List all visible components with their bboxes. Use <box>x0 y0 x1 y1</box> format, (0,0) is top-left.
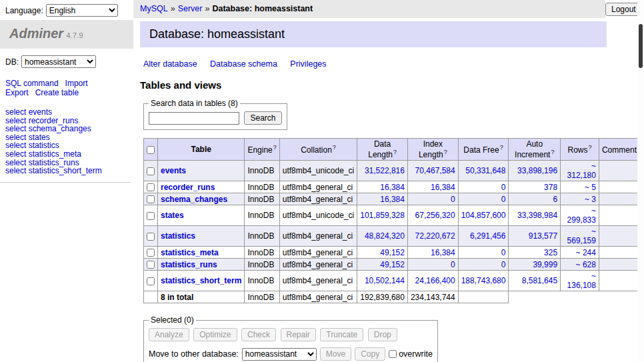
sidebar-link-sql-command[interactable]: SQL command <box>5 79 59 88</box>
data-free-link[interactable]: 0 <box>501 248 506 257</box>
help-link[interactable]: ? <box>589 144 592 151</box>
database-schema-link[interactable]: Database schema <box>210 59 277 69</box>
sidebar-link-create-table[interactable]: Create table <box>35 88 79 97</box>
data-length-link[interactable]: 31,522,816 <box>365 166 405 175</box>
auto-increment-link[interactable]: 6 <box>553 195 557 204</box>
vertical-scrollbar[interactable] <box>637 0 644 362</box>
sidebar-table-link[interactable]: select statistics_meta <box>5 150 128 159</box>
column-header-auto-increment: Auto Increment? <box>509 139 561 161</box>
index-length-link[interactable]: 70,467,584 <box>415 166 455 175</box>
optimize-button[interactable]: Optimize <box>193 328 237 341</box>
data-length-link[interactable]: 49,152 <box>380 248 405 257</box>
sidebar-table-link[interactable]: select statistics_short_term <box>5 167 128 175</box>
collation-cell: utf8mb4_general_ci <box>279 271 357 291</box>
index-length-link[interactable]: 67,256,320 <box>415 211 455 220</box>
help-link[interactable]: ? <box>444 149 447 155</box>
data-length-link[interactable]: 16,384 <box>380 183 405 192</box>
total-data-length: 192,839,680 <box>357 291 408 303</box>
move-button[interactable]: Move <box>320 347 351 361</box>
data-free-link[interactable]: 0 <box>501 195 506 204</box>
rows-count-link[interactable]: ~ 569,159 <box>567 227 596 245</box>
row-checkbox[interactable] <box>147 195 155 203</box>
drop-button[interactable]: Drop <box>368 328 397 341</box>
overwrite-checkbox[interactable] <box>389 350 397 358</box>
rows-count-link[interactable]: ~ 244 <box>576 248 596 257</box>
auto-increment-link[interactable]: 378 <box>544 183 557 192</box>
repair-button[interactable]: Repair <box>281 328 316 341</box>
index-length-link[interactable]: 0 <box>451 260 455 269</box>
alter-database-link[interactable]: Alter database <box>143 59 197 69</box>
data-free-link[interactable]: 0 <box>501 260 506 269</box>
row-checkbox[interactable] <box>147 249 155 257</box>
auto-increment-link[interactable]: 8,581,645 <box>522 276 557 285</box>
data-free-link[interactable]: 50,331,648 <box>465 166 505 175</box>
select-all-checkbox[interactable] <box>147 146 155 154</box>
rows-count-link[interactable]: ~ 312,180 <box>567 161 596 180</box>
engine-cell: InnoDB <box>245 161 279 181</box>
data-free-link[interactable]: 104,857,600 <box>461 211 506 220</box>
rows-count-link[interactable]: ~ 299,833 <box>567 206 596 225</box>
search-input[interactable] <box>149 112 239 125</box>
data-length-link[interactable]: 16,384 <box>380 195 405 204</box>
index-length-link[interactable]: 0 <box>451 195 455 204</box>
sidebar-table-link[interactable]: select schema_changes <box>5 125 128 133</box>
breadcrumb-link-mysql[interactable]: MySQL <box>140 4 168 13</box>
sidebar-link-export[interactable]: Export <box>5 88 29 97</box>
truncate-button[interactable]: Truncate <box>320 328 363 341</box>
copy-button[interactable]: Copy <box>355 347 385 361</box>
rows-count-link[interactable]: ~ 136,108 <box>567 271 596 290</box>
scrollbar-thumb[interactable] <box>639 24 643 68</box>
help-link[interactable]: ? <box>393 149 397 155</box>
help-link[interactable]: ? <box>273 144 277 151</box>
table-link[interactable]: recorder_runs <box>161 183 215 192</box>
table-link[interactable]: statistics_runs <box>161 260 217 269</box>
row-checkbox[interactable] <box>147 167 155 175</box>
rows-count-link[interactable]: ~ 5 <box>585 183 596 192</box>
help-link[interactable]: ? <box>551 149 554 155</box>
total-label: 8 in total <box>158 291 245 303</box>
analyze-button[interactable]: Analyze <box>149 328 189 341</box>
logout-button[interactable]: Logout <box>605 3 642 16</box>
sidebar-link-import[interactable]: Import <box>65 79 88 88</box>
auto-increment-link[interactable]: 913,577 <box>529 231 557 241</box>
row-checkbox[interactable] <box>147 261 155 269</box>
row-checkbox[interactable] <box>147 277 155 285</box>
auto-increment-link[interactable]: 33,398,984 <box>517 211 557 220</box>
privileges-link[interactable]: Privileges <box>290 59 326 69</box>
data-length-link[interactable]: 49,152 <box>380 260 405 269</box>
row-checkbox[interactable] <box>147 233 155 241</box>
table-link[interactable]: schema_changes <box>161 195 227 204</box>
db-select[interactable]: homeassistant <box>21 55 96 68</box>
row-checkbox[interactable] <box>147 183 155 191</box>
data-length-link[interactable]: 101,859,328 <box>360 211 405 220</box>
table-link[interactable]: statistics_short_term <box>161 276 241 285</box>
index-length-link[interactable]: 72,220,672 <box>415 231 455 241</box>
help-link[interactable]: ? <box>333 144 336 151</box>
auto-increment-link[interactable]: 39,999 <box>533 260 557 269</box>
auto-increment-link[interactable]: 325 <box>544 248 557 257</box>
table-link[interactable]: events <box>161 166 186 175</box>
index-length-link[interactable]: 16,384 <box>431 248 455 257</box>
table-link[interactable]: statistics_meta <box>161 248 219 257</box>
data-free-link[interactable]: 6,291,456 <box>470 231 505 241</box>
index-length-link[interactable]: 16,384 <box>431 183 455 192</box>
table-link[interactable]: states <box>161 211 184 220</box>
move-database-select[interactable]: homeassistant <box>242 348 317 361</box>
overwrite-option[interactable]: overwrite <box>389 349 433 359</box>
search-button[interactable]: Search <box>244 111 281 125</box>
check-button[interactable]: Check <box>241 328 276 341</box>
table-link[interactable]: statistics <box>161 231 195 241</box>
language-select[interactable]: English <box>46 4 118 17</box>
help-link[interactable]: ? <box>500 144 503 151</box>
row-checkbox[interactable] <box>147 212 155 220</box>
sidebar-table-link[interactable]: select events <box>5 108 128 117</box>
data-free-link[interactable]: 188,743,680 <box>461 276 506 285</box>
rows-count-link[interactable]: ~ 628 <box>576 260 596 269</box>
auto-increment-link[interactable]: 33,898,196 <box>517 166 557 175</box>
data-length-link[interactable]: 48,824,320 <box>365 231 405 241</box>
data-free-link[interactable]: 0 <box>501 183 506 192</box>
rows-count-link[interactable]: ~ 3 <box>585 195 596 204</box>
data-length-link[interactable]: 10,502,144 <box>365 276 405 285</box>
breadcrumb-link-server[interactable]: Server <box>178 4 203 13</box>
index-length-link[interactable]: 24,166,400 <box>415 276 455 285</box>
